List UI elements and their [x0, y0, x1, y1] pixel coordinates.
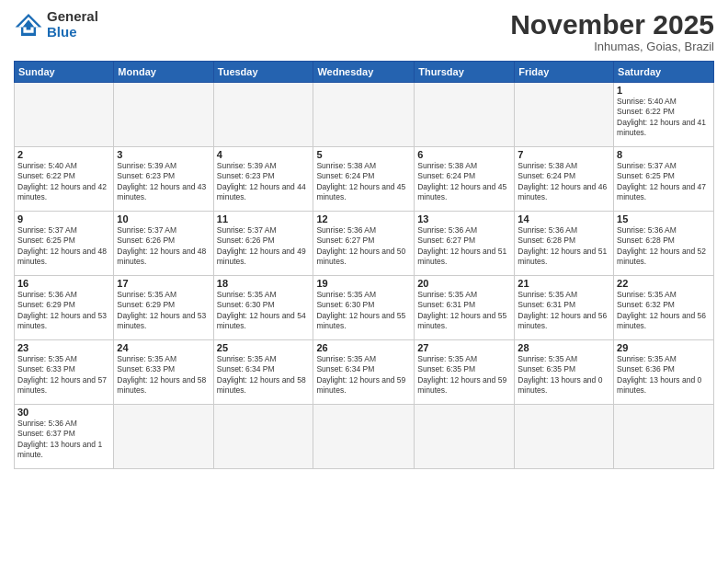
calendar-cell: 1Sunrise: 5:40 AM Sunset: 6:22 PM Daylig… — [614, 83, 714, 147]
calendar-cell: 7Sunrise: 5:38 AM Sunset: 6:24 PM Daylig… — [515, 147, 614, 212]
calendar-week-row: 23Sunrise: 5:35 AM Sunset: 6:33 PM Dayli… — [15, 340, 714, 405]
day-info: Sunrise: 5:35 AM Sunset: 6:31 PM Dayligh… — [417, 290, 511, 332]
day-info: Sunrise: 5:38 AM Sunset: 6:24 PM Dayligh… — [518, 161, 610, 203]
day-info: Sunrise: 5:35 AM Sunset: 6:36 PM Dayligh… — [617, 354, 711, 396]
calendar-cell: 4Sunrise: 5:39 AM Sunset: 6:23 PM Daylig… — [213, 147, 313, 212]
day-number: 13 — [417, 213, 511, 224]
day-info: Sunrise: 5:40 AM Sunset: 6:22 PM Dayligh… — [617, 97, 711, 139]
day-info: Sunrise: 5:35 AM Sunset: 6:35 PM Dayligh… — [417, 354, 511, 396]
calendar-cell: 29Sunrise: 5:35 AM Sunset: 6:36 PM Dayli… — [614, 340, 714, 405]
title-section: November 2025 Inhumas, Goias, Brazil — [510, 9, 714, 53]
calendar-week-row: 1Sunrise: 5:40 AM Sunset: 6:22 PM Daylig… — [15, 83, 714, 147]
calendar-cell: 3Sunrise: 5:39 AM Sunset: 6:23 PM Daylig… — [114, 147, 213, 212]
calendar-cell — [213, 83, 313, 147]
day-number: 10 — [117, 213, 210, 224]
day-number: 25 — [217, 342, 311, 353]
day-number: 28 — [518, 342, 610, 353]
calendar-cell: 11Sunrise: 5:37 AM Sunset: 6:26 PM Dayli… — [213, 212, 313, 276]
day-number: 9 — [17, 213, 110, 224]
calendar-cell: 27Sunrise: 5:35 AM Sunset: 6:35 PM Dayli… — [415, 340, 515, 405]
calendar-cell — [313, 83, 415, 147]
calendar-header-sunday: Sunday — [15, 62, 114, 83]
calendar-cell: 21Sunrise: 5:35 AM Sunset: 6:31 PM Dayli… — [515, 276, 614, 340]
calendar-cell: 23Sunrise: 5:35 AM Sunset: 6:33 PM Dayli… — [15, 340, 114, 405]
calendar-cell: 13Sunrise: 5:36 AM Sunset: 6:27 PM Dayli… — [415, 212, 515, 276]
day-number: 20 — [417, 278, 511, 289]
calendar-cell — [114, 405, 213, 469]
calendar-cell: 18Sunrise: 5:35 AM Sunset: 6:30 PM Dayli… — [213, 276, 313, 340]
day-info: Sunrise: 5:39 AM Sunset: 6:23 PM Dayligh… — [117, 161, 210, 203]
day-number: 6 — [417, 149, 511, 160]
day-info: Sunrise: 5:35 AM Sunset: 6:31 PM Dayligh… — [518, 290, 610, 332]
calendar-cell: 14Sunrise: 5:36 AM Sunset: 6:28 PM Dayli… — [515, 212, 614, 276]
day-info: Sunrise: 5:36 AM Sunset: 6:27 PM Dayligh… — [417, 225, 511, 268]
calendar-cell — [415, 83, 515, 147]
header: General Blue November 2025 Inhumas, Goia… — [14, 9, 714, 53]
calendar-cell — [15, 83, 114, 147]
day-info: Sunrise: 5:40 AM Sunset: 6:22 PM Dayligh… — [17, 161, 110, 203]
day-info: Sunrise: 5:36 AM Sunset: 6:27 PM Dayligh… — [316, 225, 411, 268]
calendar-cell: 22Sunrise: 5:35 AM Sunset: 6:32 PM Dayli… — [614, 276, 714, 340]
day-number: 7 — [518, 149, 610, 160]
day-number: 29 — [617, 342, 711, 353]
day-info: Sunrise: 5:35 AM Sunset: 6:33 PM Dayligh… — [117, 354, 210, 396]
calendar-week-row: 9Sunrise: 5:37 AM Sunset: 6:25 PM Daylig… — [15, 212, 714, 276]
calendar-cell — [213, 405, 313, 469]
day-number: 1 — [617, 85, 711, 96]
calendar-week-row: 16Sunrise: 5:36 AM Sunset: 6:29 PM Dayli… — [15, 276, 714, 340]
month-title: November 2025 — [510, 9, 714, 40]
day-info: Sunrise: 5:36 AM Sunset: 6:28 PM Dayligh… — [617, 225, 711, 268]
day-info: Sunrise: 5:36 AM Sunset: 6:37 PM Dayligh… — [17, 419, 110, 461]
calendar-cell: 5Sunrise: 5:38 AM Sunset: 6:24 PM Daylig… — [313, 147, 415, 212]
logo: General Blue — [14, 9, 98, 40]
day-number: 19 — [316, 278, 411, 289]
calendar-cell: 12Sunrise: 5:36 AM Sunset: 6:27 PM Dayli… — [313, 212, 415, 276]
calendar-header-wednesday: Wednesday — [313, 62, 415, 83]
calendar-cell — [515, 83, 614, 147]
day-number: 16 — [17, 278, 110, 289]
calendar-cell — [415, 405, 515, 469]
calendar-cell: 20Sunrise: 5:35 AM Sunset: 6:31 PM Dayli… — [415, 276, 515, 340]
calendar: SundayMondayTuesdayWednesdayThursdayFrid… — [14, 61, 714, 469]
calendar-header-friday: Friday — [515, 62, 614, 83]
day-number: 21 — [518, 278, 610, 289]
calendar-cell: 26Sunrise: 5:35 AM Sunset: 6:34 PM Dayli… — [313, 340, 415, 405]
calendar-cell — [114, 83, 213, 147]
day-info: Sunrise: 5:35 AM Sunset: 6:32 PM Dayligh… — [617, 290, 711, 332]
day-info: Sunrise: 5:36 AM Sunset: 6:28 PM Dayligh… — [518, 225, 610, 268]
calendar-header-saturday: Saturday — [614, 62, 714, 83]
day-info: Sunrise: 5:35 AM Sunset: 6:30 PM Dayligh… — [217, 290, 311, 332]
calendar-cell: 10Sunrise: 5:37 AM Sunset: 6:26 PM Dayli… — [114, 212, 213, 276]
day-info: Sunrise: 5:37 AM Sunset: 6:26 PM Dayligh… — [117, 225, 210, 268]
calendar-week-row: 30Sunrise: 5:36 AM Sunset: 6:37 PM Dayli… — [15, 405, 714, 469]
day-info: Sunrise: 5:37 AM Sunset: 6:26 PM Dayligh… — [217, 225, 311, 268]
calendar-cell: 28Sunrise: 5:35 AM Sunset: 6:35 PM Dayli… — [515, 340, 614, 405]
logo-icon — [14, 12, 43, 38]
calendar-cell — [614, 405, 714, 469]
calendar-cell: 17Sunrise: 5:35 AM Sunset: 6:29 PM Dayli… — [114, 276, 213, 340]
day-info: Sunrise: 5:35 AM Sunset: 6:29 PM Dayligh… — [117, 290, 210, 332]
day-info: Sunrise: 5:35 AM Sunset: 6:34 PM Dayligh… — [217, 354, 311, 396]
calendar-cell: 9Sunrise: 5:37 AM Sunset: 6:25 PM Daylig… — [15, 212, 114, 276]
calendar-cell: 2Sunrise: 5:40 AM Sunset: 6:22 PM Daylig… — [15, 147, 114, 212]
day-number: 26 — [316, 342, 411, 353]
day-number: 8 — [617, 149, 711, 160]
day-number: 3 — [117, 149, 210, 160]
calendar-header-thursday: Thursday — [415, 62, 515, 83]
day-info: Sunrise: 5:37 AM Sunset: 6:25 PM Dayligh… — [617, 161, 711, 203]
calendar-cell: 30Sunrise: 5:36 AM Sunset: 6:37 PM Dayli… — [15, 405, 114, 469]
calendar-cell: 6Sunrise: 5:38 AM Sunset: 6:24 PM Daylig… — [415, 147, 515, 212]
day-number: 4 — [217, 149, 311, 160]
calendar-cell: 19Sunrise: 5:35 AM Sunset: 6:30 PM Dayli… — [313, 276, 415, 340]
calendar-cell — [515, 405, 614, 469]
day-number: 2 — [17, 149, 110, 160]
day-number: 18 — [217, 278, 311, 289]
day-number: 15 — [617, 213, 711, 224]
calendar-cell: 8Sunrise: 5:37 AM Sunset: 6:25 PM Daylig… — [614, 147, 714, 212]
day-info: Sunrise: 5:35 AM Sunset: 6:34 PM Dayligh… — [316, 354, 411, 396]
logo-text: General Blue — [47, 9, 98, 40]
day-number: 17 — [117, 278, 210, 289]
day-number: 22 — [617, 278, 711, 289]
day-number: 14 — [518, 213, 610, 224]
day-info: Sunrise: 5:35 AM Sunset: 6:35 PM Dayligh… — [518, 354, 610, 396]
